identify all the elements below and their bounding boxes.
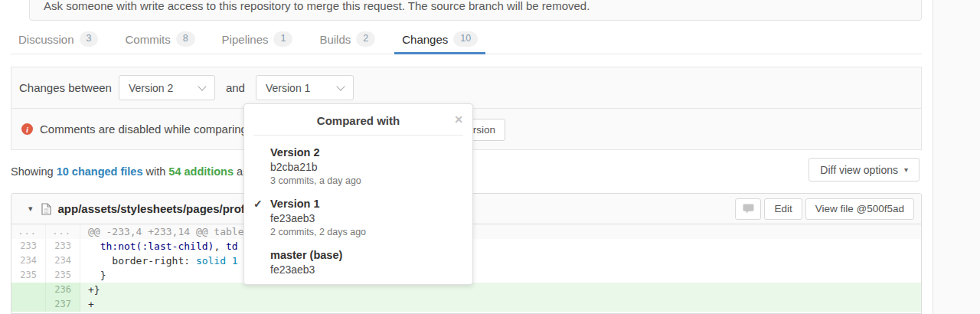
view-file-button[interactable]: View file @500f5ad (805, 198, 914, 220)
old-line-number[interactable] (11, 283, 46, 297)
merge-widget-banner: Ask someone with write access to this re… (29, 0, 922, 21)
compared-with-dropdown: Compared with ✕ ✓ Version 2 b2cba21b 3 c… (243, 103, 473, 285)
comment-button[interactable] (735, 198, 761, 220)
compare-from-value: Version 2 (129, 82, 173, 94)
tab-count-badge: 10 (453, 31, 478, 47)
tab-pipelines[interactable]: Pipelines 1 (214, 26, 301, 54)
new-line-number[interactable]: 235 (46, 268, 80, 283)
collapse-caret-icon[interactable]: ▾ (28, 204, 33, 214)
tab-changes[interactable]: Changes 10 (394, 26, 485, 54)
version-list: ✓ Version 2 b2cba21b 3 commits, a day ag… (244, 136, 472, 285)
summary-middle: with (146, 165, 166, 178)
summary-prefix: Showing (11, 165, 54, 178)
tab-builds[interactable]: Builds 2 (312, 26, 383, 54)
comment-bubble-icon (743, 204, 754, 214)
dropdown-header: Compared with ✕ (253, 104, 463, 136)
version-option-meta: 3 commits, a day ago (270, 175, 460, 188)
code-line: @@ -233,4 +233,14 @@ table (80, 224, 921, 239)
old-line-number[interactable]: ... (11, 224, 46, 239)
version-option[interactable]: ✓ Version 1 fe23aeb3 2 commits, 2 days a… (244, 197, 472, 248)
version-option-sha: fe23aeb3 (270, 211, 460, 226)
tab-label: Changes (402, 33, 448, 46)
version-option-title: Version 1 (270, 197, 460, 211)
compare-label: Changes between (19, 81, 112, 94)
changed-files-link[interactable]: 10 changed files (57, 165, 143, 178)
collapsed-sidebar (933, 0, 980, 314)
tab-count-badge: 1 (273, 31, 292, 47)
merge-request-page: Ask someone with write access to this re… (0, 0, 980, 314)
mr-tabs: Discussion 3 Commits 8 Pipelines 1 Build… (11, 26, 922, 54)
tab-label: Commits (125, 33, 170, 46)
compare-from-select[interactable]: Version 2 (119, 75, 215, 100)
chevron-down-icon (198, 82, 206, 90)
banner-text: Ask someone with write access to this re… (30, 0, 921, 12)
caret-down-icon: ▾ (904, 165, 908, 174)
version-option-title: Version 2 (270, 146, 460, 160)
version-option-sha: b2cba21b (270, 160, 460, 175)
old-line-number[interactable]: 233 (11, 239, 46, 253)
file-icon (41, 203, 51, 215)
compare-to-select[interactable]: Version 1 (256, 75, 354, 100)
tab-count-badge: 3 (80, 31, 99, 47)
version-option[interactable]: ✓ master (base) fe23aeb3 (244, 248, 472, 285)
new-line-number[interactable]: 237 (46, 297, 80, 312)
tab-commits[interactable]: Commits 8 (117, 26, 202, 54)
chevron-down-icon (336, 82, 345, 90)
code-line: border-right: solid 1 (80, 253, 921, 268)
tab-discussion[interactable]: Discussion 3 (11, 26, 106, 54)
version-option-meta: 2 commits, 2 days ago (270, 226, 460, 239)
new-line-number[interactable]: ... (46, 224, 80, 239)
dropdown-title: Compared with (317, 114, 400, 127)
additions-count: 54 additions (168, 165, 234, 178)
diff-view-options-label: Diff view options (820, 164, 898, 176)
version-option-title: master (base) (270, 248, 460, 263)
edit-button[interactable]: Edit (764, 198, 802, 220)
file-header-actions: Edit View file @500f5ad (735, 198, 914, 220)
version-option[interactable]: ✓ Version 2 b2cba21b 3 commits, a day ag… (244, 146, 472, 197)
code-line: + (80, 297, 921, 312)
new-line-number[interactable]: 236 (46, 283, 80, 297)
old-line-number[interactable]: 235 (11, 268, 46, 283)
diff-row: 237 + (11, 297, 921, 312)
old-line-number[interactable]: 234 (11, 253, 46, 268)
tab-label: Discussion (18, 33, 74, 46)
old-line-number[interactable] (11, 297, 46, 312)
diff-view-options-button[interactable]: Diff view options ▾ (808, 158, 920, 182)
code-line: th:not(:last-child), td (80, 239, 921, 253)
tab-count-badge: 8 (176, 31, 195, 47)
code-line: +} (80, 283, 921, 297)
check-icon: ✓ (253, 198, 263, 210)
version-option-sha: fe23aeb3 (270, 263, 460, 277)
compare-versions-bar: Changes between Version 2 and Version 1 (11, 67, 922, 109)
compare-conjunction: and (226, 81, 245, 94)
compare-to-value: Version 1 (266, 82, 310, 94)
tab-label: Builds (319, 33, 351, 46)
tab-count-badge: 2 (356, 31, 375, 47)
new-line-number[interactable]: 233 (46, 239, 80, 253)
close-icon[interactable]: ✕ (454, 114, 463, 125)
new-line-number[interactable]: 234 (46, 253, 80, 268)
diff-summary-text: Showing 10 changed files with 54 additio… (11, 165, 255, 178)
code-line: } (80, 268, 921, 283)
info-icon: i (21, 123, 33, 135)
tab-label: Pipelines (222, 33, 269, 46)
